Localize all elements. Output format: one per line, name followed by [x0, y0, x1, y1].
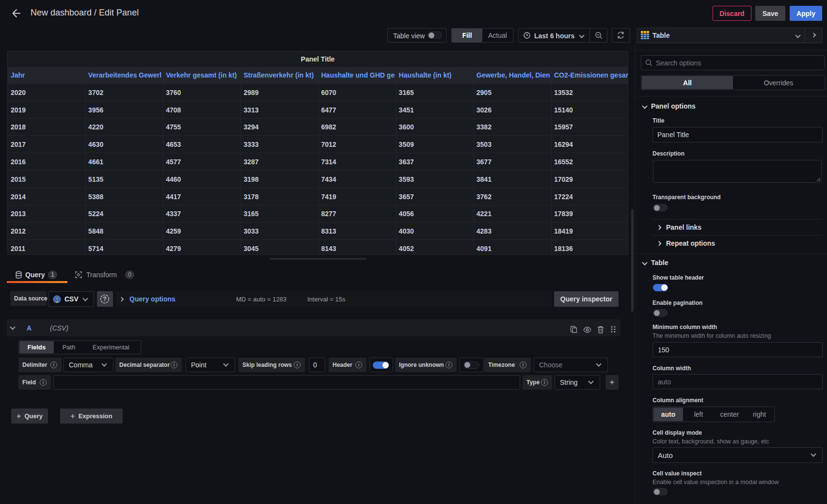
svg-text:?: ?	[103, 296, 106, 302]
svg-text:;: ;	[56, 296, 58, 303]
